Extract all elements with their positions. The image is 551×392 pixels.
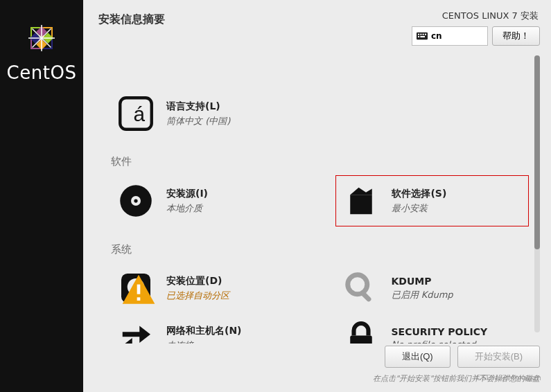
hard-drive-icon (116, 269, 155, 308)
warning-badge-icon (119, 271, 158, 310)
page-title: 安装信息摘要 (98, 12, 165, 27)
svg-rect-14 (420, 34, 421, 35)
magnifier-icon (342, 269, 381, 308)
svg-rect-13 (418, 34, 419, 35)
spoke-security-policy[interactable]: SECURITY POLICY No profile selected (336, 313, 530, 344)
begin-install-button[interactable]: 开始安装(B) (457, 346, 540, 368)
footer: 退出(Q) 开始安装(B) 在点击"开始安装"按钮前我们并不会操作您的磁盘 (83, 346, 551, 392)
svg-rect-18 (420, 36, 425, 37)
spoke-subtitle: 已启用 Kdump (392, 289, 453, 301)
lock-icon (342, 319, 381, 344)
install-label: CENTOS LINUX 7 安装 (442, 10, 539, 22)
svg-point-23 (134, 199, 137, 202)
spoke-subtitle: No profile selected (392, 339, 488, 344)
spoke-installation-destination[interactable]: 安装位置(D) 已选择自动分区 (111, 263, 304, 313)
spoke-title: 安装位置(D) (166, 275, 229, 287)
brand-label: CentOS (7, 62, 77, 83)
spoke-software-selection[interactable]: 软件选择(S) 最小安装 (335, 175, 529, 226)
keyboard-icon (417, 32, 428, 40)
spoke-installation-source[interactable]: 安装源(I) 本地介质 (111, 175, 304, 226)
svg-rect-28 (137, 285, 141, 294)
spoke-title: 语言支持(L) (166, 100, 230, 113)
watermark: CSDN @Moraban (476, 373, 541, 382)
spoke-title: 软件选择(S) (392, 188, 446, 200)
language-icon: á (116, 94, 155, 133)
keyboard-value: cn (431, 31, 442, 41)
sidebar: CentOS (0, 0, 83, 392)
spoke-title: SECURITY POLICY (392, 326, 488, 337)
spoke-subtitle: 已选择自动分区 (166, 289, 229, 302)
quit-button[interactable]: 退出(Q) (385, 346, 451, 368)
disc-icon (116, 181, 155, 220)
svg-rect-16 (425, 34, 426, 35)
svg-point-30 (347, 275, 367, 294)
spoke-language-support[interactable]: á 语言支持(L) 简体中文 (中国) (111, 89, 312, 139)
package-icon (342, 181, 381, 220)
spoke-subtitle: 本地介质 (166, 202, 208, 215)
svg-rect-32 (350, 336, 372, 344)
svg-rect-29 (137, 297, 141, 301)
topbar: 安装信息摘要 CENTOS LINUX 7 安装 cn 帮助！ (83, 0, 551, 46)
spoke-title: 安装源(I) (166, 188, 208, 200)
spoke-title: 网络和主机名(N) (166, 325, 242, 337)
network-arrows-icon (116, 319, 155, 344)
spoke-subtitle: 未连接 (166, 339, 242, 344)
spoke-title: KDUMP (392, 276, 453, 287)
content-area: á 语言支持(L) 简体中文 (中国) 软件 安装源(I) 本地介质 (111, 42, 529, 344)
spoke-subtitle: 最小安装 (392, 202, 446, 215)
spoke-subtitle: 简体中文 (中国) (166, 115, 230, 127)
scrollbar[interactable] (534, 55, 540, 332)
svg-text:á: á (134, 103, 146, 125)
centos-logo-icon (24, 21, 59, 58)
main-panel: 安装信息摘要 CENTOS LINUX 7 安装 cn 帮助！ á (83, 0, 551, 392)
spoke-kdump[interactable]: KDUMP 已启用 Kdump (336, 263, 530, 313)
section-header-software: 软件 (111, 155, 529, 168)
scrollbar-thumb[interactable] (534, 55, 540, 249)
section-header-system: 系统 (111, 243, 529, 256)
svg-rect-17 (418, 36, 419, 37)
spoke-network-hostname[interactable]: 网络和主机名(N) 未连接 (111, 313, 304, 344)
svg-rect-15 (423, 34, 424, 35)
